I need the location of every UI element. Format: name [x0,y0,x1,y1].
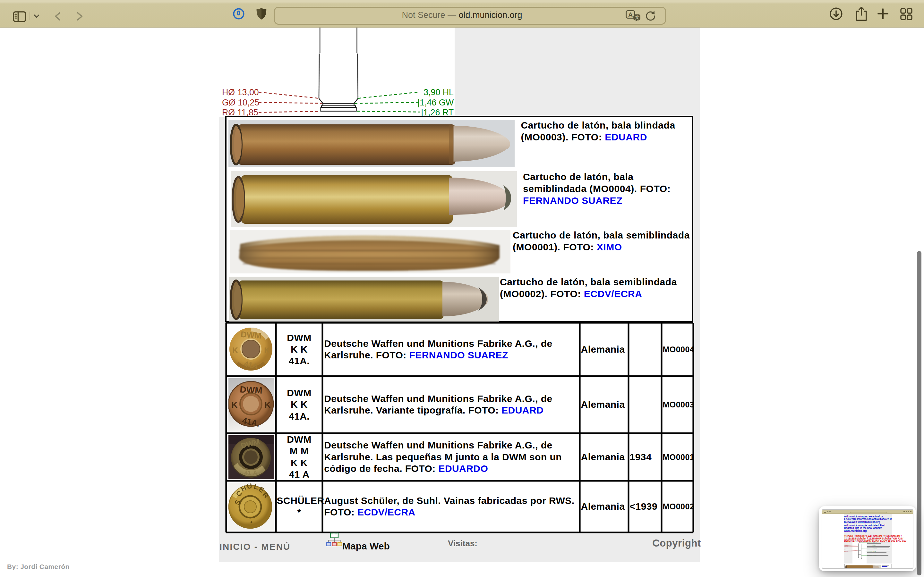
svg-text:K: K [232,346,238,355]
svg-text:GØ 10,25: GØ 10,25 [222,98,259,107]
svg-text:A: A [628,11,633,18]
svg-text:K: K [232,400,238,410]
svg-text:Ü: Ü [246,483,252,490]
svg-text:HØ 1,30: HØ 1,30 [845,551,848,552]
svg-text:*: * [250,520,252,527]
svg-text:|1,46 GW: |1,46 GW [417,98,454,107]
svg-text:RØ 11,85: RØ 11,85 [222,108,258,117]
svg-text:HØ 13,00: HØ 13,00 [222,87,259,97]
svg-text:K: K [264,346,270,355]
svg-text:文: 文 [635,15,640,20]
svg-text:DWM: DWM [240,384,263,396]
svg-text:41 A: 41 A [244,469,258,476]
svg-text:K: K [265,400,271,410]
svg-text:|1,26 RT: |1,26 RT [421,108,454,117]
svg-text:NØ 7,30: NØ 7,30 [845,546,848,547]
svg-text:DWM: DWM [240,330,262,340]
svg-text:3,90 HL: 3,90 HL [423,87,454,97]
